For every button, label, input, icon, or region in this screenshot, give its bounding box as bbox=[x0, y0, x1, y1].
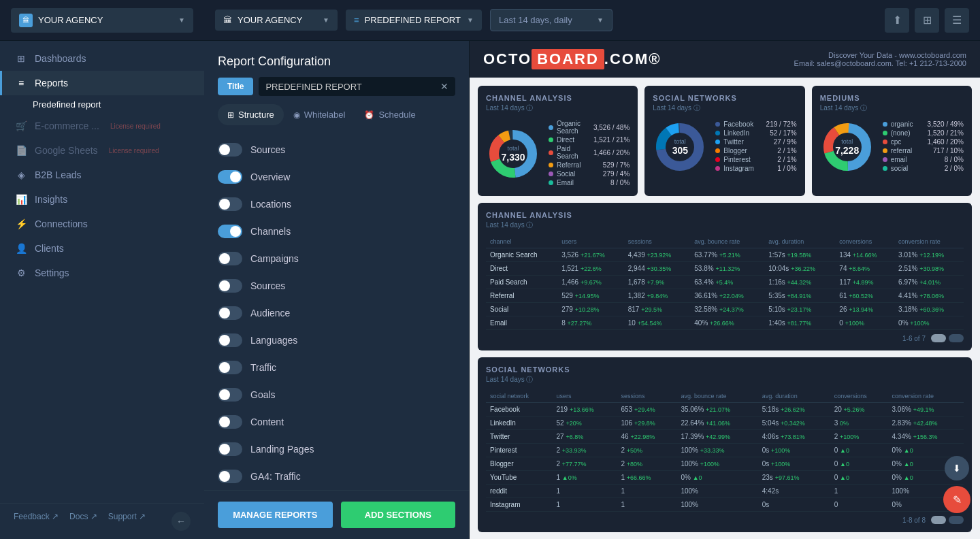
tab-structure[interactable]: ⊞ Structure bbox=[218, 104, 284, 125]
toggle-sources2[interactable] bbox=[218, 279, 242, 293]
toggle-landing_pages[interactable] bbox=[218, 442, 242, 456]
col-duration: avg. duration bbox=[764, 235, 835, 248]
table-row: YouTube1 ▲0%1 +66.66%0% ▲023s +97.61%0 ▲… bbox=[486, 471, 964, 485]
section-label-landing_pages: Landing Pages bbox=[250, 444, 314, 455]
cell: 1 bbox=[617, 498, 676, 512]
channel-page-toggle[interactable] bbox=[931, 334, 964, 342]
cell: 46 +22.98% bbox=[617, 430, 676, 444]
sidebar-item-predefined-report[interactable]: Predefined report bbox=[0, 95, 204, 114]
toggle-traffic[interactable] bbox=[218, 361, 242, 374]
cell: 529 +14.95% bbox=[557, 289, 624, 303]
edit-fab[interactable]: ✎ bbox=[943, 486, 970, 513]
mediums-subtitle: Last 14 days ⓘ bbox=[820, 103, 964, 113]
col-bounce: avg. bounce rate bbox=[676, 390, 757, 403]
clear-title-icon[interactable]: ✕ bbox=[440, 81, 448, 92]
title-row: Title PREDEFINED REPORT ✕ bbox=[204, 77, 469, 104]
agency-top-selector[interactable]: 🏛 YOUR AGENCY ▼ bbox=[215, 10, 338, 31]
sidebar-item-settings[interactable]: ⚙ Settings bbox=[0, 261, 204, 285]
page-dot-2[interactable] bbox=[949, 516, 964, 524]
toggle-goals[interactable] bbox=[218, 388, 242, 402]
page-dot-1[interactable] bbox=[931, 516, 946, 524]
config-header: Report Configuration bbox=[204, 41, 469, 77]
toggle-overview[interactable] bbox=[218, 170, 242, 184]
title-tab-active[interactable]: Title bbox=[218, 78, 253, 95]
cell: Facebook bbox=[486, 403, 553, 416]
cell: 100% +100% bbox=[676, 457, 757, 471]
back-button[interactable]: ← bbox=[172, 512, 191, 531]
cell: 1 bbox=[830, 485, 888, 498]
toggle-ga4_traffic[interactable] bbox=[218, 470, 242, 483]
tab-schedule[interactable]: ⏰ Schedule bbox=[355, 104, 425, 125]
config-tabs: ⊞ Structure ◉ Whitelabel ⏰ Schedule bbox=[204, 104, 469, 133]
cell: LinkedIn bbox=[486, 416, 553, 430]
toggle-campaigns[interactable] bbox=[218, 252, 242, 265]
social-table-card: SOCIAL NETWORKS Last 14 days ⓘ social ne… bbox=[478, 357, 972, 532]
cell: Email bbox=[486, 316, 557, 330]
section-label-content: Content bbox=[250, 416, 284, 427]
legend-dot bbox=[883, 166, 887, 171]
col-users: users bbox=[557, 235, 624, 248]
social-networks-card: SOCIAL NETWORKS Last 14 days ⓘ bbox=[644, 86, 804, 196]
cell: 23s +97.61% bbox=[758, 471, 830, 485]
channel-donut-center: total 7,330 bbox=[501, 145, 525, 163]
date-selector[interactable]: Last 14 days, daily ▼ bbox=[490, 9, 612, 31]
legend-item: Referral529 / 7% bbox=[549, 161, 630, 169]
toggle-sources1[interactable] bbox=[218, 143, 242, 157]
report-title-input[interactable]: PREDEFINED REPORT ✕ bbox=[259, 77, 455, 96]
legend-dot bbox=[549, 125, 553, 130]
table-row: Social279 +10.28%817 +29.5%32.58% +24.37… bbox=[486, 303, 964, 316]
cell: Social bbox=[486, 303, 557, 316]
channel-analysis-card: CHANNEL ANALYSIS Last 14 days ⓘ bbox=[478, 86, 638, 196]
legend-item: email8 / 0% bbox=[883, 156, 964, 163]
sidebar-item-dashboards[interactable]: ⊞ Dashboards bbox=[0, 46, 204, 71]
docs-link[interactable]: Docs ↗ bbox=[69, 512, 97, 531]
support-link[interactable]: Support ↗ bbox=[108, 512, 146, 531]
share-button[interactable]: ⬆ bbox=[885, 8, 909, 33]
legend-item: Facebook219 / 72% bbox=[715, 120, 796, 128]
report-selector[interactable]: ≡ PREDEFINED REPORT ▼ bbox=[346, 10, 482, 31]
social-table-subtitle: Last 14 days ⓘ bbox=[486, 375, 964, 385]
cell: Paid Search bbox=[486, 276, 557, 289]
toggle-channels[interactable] bbox=[218, 225, 242, 238]
license-badge: License required bbox=[110, 122, 161, 130]
add-sections-button[interactable]: ADD SECTIONS bbox=[341, 502, 456, 528]
sidebar-item-insights[interactable]: 📊 Insights bbox=[0, 187, 204, 212]
cell: 1 bbox=[553, 485, 617, 498]
sidebar-item-clients[interactable]: 👤 Clients bbox=[0, 236, 204, 261]
preview-panel: OCTO BOARD .COM® Discover Your Data - ww… bbox=[470, 41, 980, 539]
sidebar-item-reports[interactable]: ≡ Reports bbox=[0, 71, 204, 95]
agency-icon: 🏛 bbox=[19, 14, 33, 27]
download-fab[interactable]: ⬇ bbox=[945, 456, 969, 480]
mediums-content: total 7,228 organic3,520 / 49% (none)1,5… bbox=[820, 120, 964, 174]
legend-dot bbox=[549, 163, 553, 167]
layout-button[interactable]: ⊞ bbox=[915, 8, 939, 33]
cell: 2,944 +30.35% bbox=[624, 262, 691, 276]
sidebar-item-connections[interactable]: ⚡ Connections bbox=[0, 212, 204, 236]
cell: 17.39% +42.99% bbox=[676, 430, 757, 444]
col-sessions: sessions bbox=[624, 235, 691, 248]
cell: 8 +27.27% bbox=[557, 316, 624, 330]
legend-item: Email8 / 0% bbox=[549, 179, 630, 186]
page-dot-2[interactable] bbox=[949, 334, 964, 342]
ecommerce-icon: 🛒 bbox=[16, 120, 27, 131]
sidebar-item-b2b-leads[interactable]: ◈ B2B Leads bbox=[0, 163, 204, 187]
cell: 0% ▲0 bbox=[887, 444, 964, 457]
toggle-content[interactable] bbox=[218, 415, 242, 429]
social-page-toggle[interactable] bbox=[931, 516, 964, 524]
sidebar-header: 🏛 YOUR AGENCY ▼ bbox=[0, 0, 204, 41]
cell: 1,466 +9.67% bbox=[557, 276, 624, 289]
agency-selector[interactable]: 🏛 YOUR AGENCY ▼ bbox=[11, 8, 193, 33]
toggle-locations[interactable] bbox=[218, 197, 242, 211]
social-donut: total 305 bbox=[653, 120, 707, 174]
feedback-link[interactable]: Feedback ↗ bbox=[14, 512, 59, 531]
col-bounce: avg. bounce rate bbox=[690, 235, 764, 248]
toggle-languages[interactable] bbox=[218, 333, 242, 347]
page-dot-1[interactable] bbox=[931, 334, 946, 342]
col-duration: avg. duration bbox=[758, 390, 830, 403]
manage-reports-button[interactable]: MANAGE REPORTS bbox=[218, 502, 333, 528]
toggle-audience[interactable] bbox=[218, 306, 242, 320]
cell: 5:04s +0.342% bbox=[758, 416, 830, 430]
section-label-traffic: Traffic bbox=[250, 362, 276, 373]
menu-button[interactable]: ☰ bbox=[945, 8, 969, 33]
tab-whitelabel[interactable]: ◉ Whitelabel bbox=[284, 104, 355, 125]
